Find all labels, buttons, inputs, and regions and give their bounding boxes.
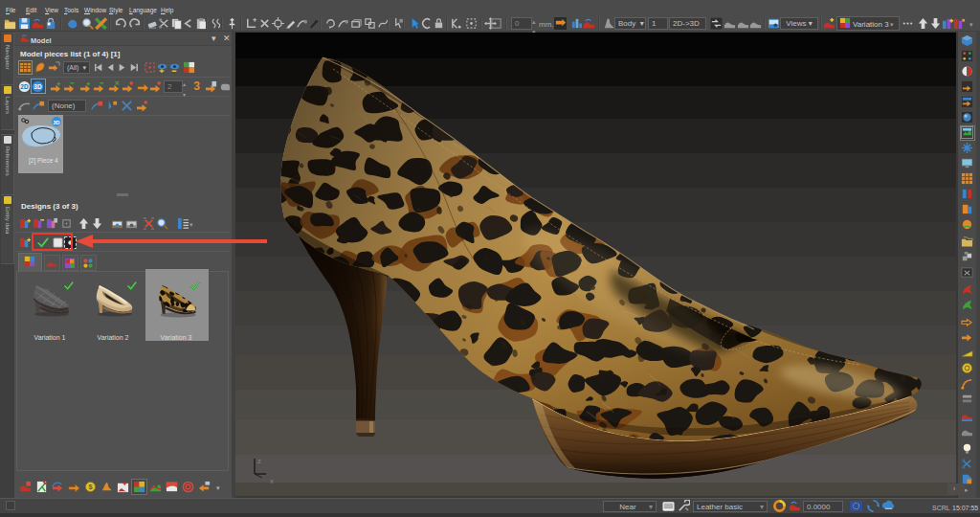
svg-text:3: 3 xyxy=(193,79,200,92)
svg-text:Y: Y xyxy=(261,477,265,483)
svg-text:2D: 2D xyxy=(20,83,29,90)
svg-text:[2] Piece 4: [2] Piece 4 xyxy=(29,157,58,165)
svg-text:3D: 3D xyxy=(33,83,42,90)
svg-text:Z: Z xyxy=(257,459,261,464)
svg-text:3D: 3D xyxy=(53,120,59,125)
svg-text:X: X xyxy=(270,479,274,484)
